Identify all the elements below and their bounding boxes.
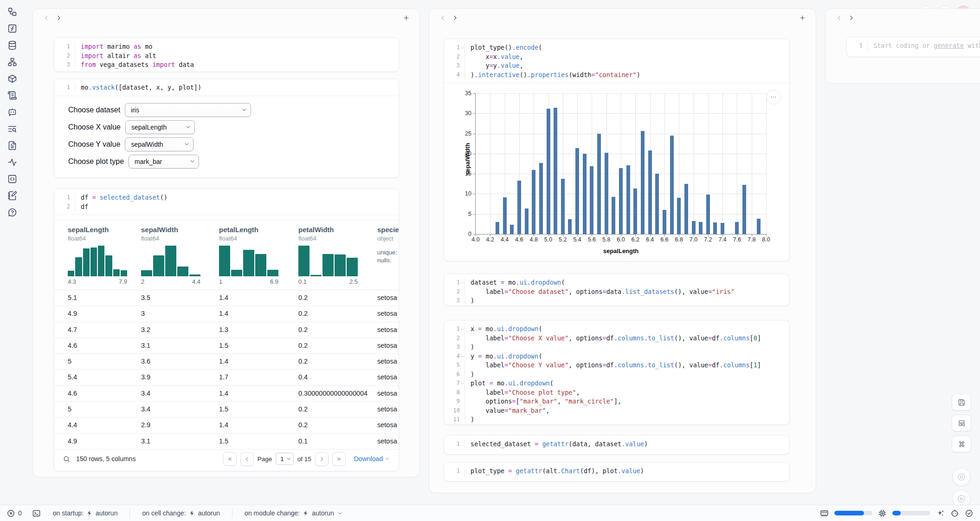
code-editor[interactable]: 1x = mo.ui.dropdown(2 label="Choose X va…: [444, 320, 789, 425]
sidebar-item-code-square[interactable]: [7, 174, 17, 184]
table-row[interactable]: 4.42.91.40.2setosa: [54, 417, 399, 433]
column-prev-button[interactable]: [437, 12, 449, 24]
run-mode-value: autorun: [96, 509, 117, 517]
sidebar-item-text-search[interactable]: [7, 124, 17, 134]
table-cell: 0.30000000000000004: [298, 390, 373, 397]
dropdown-choose-plot-type[interactable]: mark_bar: [129, 155, 199, 169]
line-number: 9: [444, 397, 465, 406]
table-row[interactable]: 4.931.40.2setosa: [54, 306, 399, 322]
terminal-icon[interactable]: [32, 509, 41, 518]
code-editor[interactable]: 1selected_dataset = getattr(data, datase…: [444, 436, 789, 452]
fold-chevron-icon[interactable]: [460, 46, 465, 50]
code-editor[interactable]: 1mo.vstack([dataset, x, y, plot]): [54, 79, 399, 96]
histogram-range: 4.37.9: [68, 278, 127, 285]
column-header-sepalLength[interactable]: sepalLengthfloat644.37.9: [68, 226, 137, 285]
cell-divider: [54, 215, 399, 215]
gridline: [694, 93, 694, 234]
chart-bar: [539, 163, 543, 234]
column-next-button[interactable]: [52, 12, 64, 24]
code-line: 1selected_dataset = getattr(data, datase…: [444, 440, 789, 449]
bot-icon[interactable]: [950, 509, 959, 518]
code-editor[interactable]: 1df = selected_dataset()2df: [54, 189, 399, 215]
dropdown-choose-y-value[interactable]: sepalWidth: [125, 137, 193, 151]
connected-check-icon[interactable]: [965, 509, 974, 518]
page-select[interactable]: 1: [276, 453, 294, 465]
column-histogram: [68, 246, 127, 276]
save-button[interactable]: [952, 394, 971, 410]
code-editor[interactable]: 1plot_type = getattr(alt.Chart(df), plot…: [444, 462, 789, 479]
chart-bar: [612, 197, 615, 234]
bar-chart[interactable]: 4.04.24.44.64.85.05.25.45.65.86.06.26.46…: [444, 83, 789, 260]
table-cell: 0.2: [298, 310, 373, 317]
table-cell: 3.6: [141, 358, 214, 365]
sparkles-icon[interactable]: [936, 509, 945, 518]
command-palette-button[interactable]: [952, 436, 971, 452]
stop-button[interactable]: [953, 468, 970, 486]
code-editor[interactable]: 1plot_type().encode(2 x=x.value,3 y=y.va…: [444, 39, 789, 83]
sidebar-item-file-tree[interactable]: [7, 7, 17, 17]
x-tick-label: 8.0: [762, 236, 770, 243]
chart-plot-area[interactable]: 4.04.24.44.64.85.05.25.45.65.86.06.26.46…: [475, 93, 766, 234]
column-header-petalLength[interactable]: petalLengthfloat6416.9: [219, 226, 289, 285]
search-icon[interactable]: [63, 455, 71, 463]
sidebar-item-function-square[interactable]: [7, 23, 17, 33]
sidebar-item-notebook-pen[interactable]: [7, 190, 17, 201]
next-page-button[interactable]: [315, 452, 329, 466]
table-row[interactable]: 53.61.40.2setosa: [54, 354, 399, 370]
x-axis-title: sepalLength: [476, 247, 766, 254]
table-row[interactable]: 5.13.51.40.2setosa: [54, 290, 399, 306]
column-header-petalWidth[interactable]: petalWidthfloat640.12.5: [298, 226, 368, 285]
fold-chevron-icon[interactable]: [460, 354, 465, 359]
sidebar-item-bot-message[interactable]: [7, 107, 17, 117]
first-page-button[interactable]: [223, 452, 237, 466]
table-row[interactable]: 4.63.11.50.2setosa: [54, 338, 399, 354]
column-prev-button[interactable]: [40, 12, 52, 24]
fold-chevron-icon[interactable]: [460, 327, 465, 332]
code-cell-plot: 1plot_type().encode(2 x=x.value,3 y=y.va…: [444, 39, 790, 261]
table-row[interactable]: 4.73.21.30.2setosa: [54, 322, 399, 338]
last-page-button[interactable]: [332, 452, 346, 466]
table-row[interactable]: 4.63.41.40.30000000000000004setosa: [54, 386, 399, 402]
run-mode-1[interactable]: on cell change:autorun: [142, 509, 220, 517]
add-cell-button[interactable]: [796, 12, 808, 24]
column-next-button[interactable]: [845, 12, 857, 24]
y-tick-label: 30: [465, 110, 471, 117]
dropdown-choose-dataset[interactable]: iris: [125, 103, 251, 117]
sidebar-item-database[interactable]: [7, 40, 17, 50]
run-mode-2[interactable]: on module change:autorun: [245, 509, 343, 517]
histogram-bar: [83, 248, 90, 276]
prev-page-button[interactable]: [240, 452, 254, 466]
table-row[interactable]: 53.41.50.2setosa: [54, 402, 399, 417]
column-next-button[interactable]: [449, 12, 461, 24]
run-mode-0[interactable]: on startup:autorun: [53, 509, 118, 517]
code-editor[interactable]: 1import marimo as mo2import altair as al…: [54, 38, 399, 72]
fold-chevron-icon[interactable]: [460, 280, 465, 285]
code-editor[interactable]: 1dataset = mo.ui.dropdown(2 label="Choos…: [444, 274, 789, 306]
chart-menu-button[interactable]: [766, 90, 781, 104]
sidebar-item-file-text[interactable]: [7, 140, 17, 150]
table-cell: 1.4: [219, 358, 294, 365]
column-header-sepalWidth[interactable]: sepalWidthfloat6424.4: [141, 226, 211, 285]
fold-chevron-icon[interactable]: [460, 381, 465, 386]
download-button[interactable]: Download: [354, 455, 390, 462]
code-line: 1df = selected_dataset(): [54, 193, 399, 202]
sidebar-item-sitemap[interactable]: [7, 57, 17, 67]
page-value: 1: [280, 456, 284, 462]
code-editor[interactable]: 1Start coding or generate with: [847, 37, 980, 54]
table-row[interactable]: 5.43.91.70.4setosa: [54, 370, 399, 385]
table-cell: 3.5: [141, 294, 214, 301]
sidebar-item-message-question[interactable]: [7, 207, 17, 217]
column-prev-button[interactable]: [833, 12, 845, 24]
sidebar-item-activity[interactable]: [7, 157, 17, 167]
histogram-bar: [310, 275, 322, 276]
layout-button[interactable]: [952, 415, 971, 431]
add-cell-button[interactable]: [400, 12, 412, 24]
dropdown-choose-x-value[interactable]: sepalLength: [125, 120, 195, 134]
sidebar-item-scroll-text[interactable]: [7, 90, 17, 100]
column-header-species[interactable]: speciesobjectunique:nulls:: [377, 226, 399, 264]
code-text: df: [75, 202, 88, 212]
plus-icon: [799, 14, 806, 21]
sidebar-item-package[interactable]: [7, 73, 17, 84]
run-mode-prefix: on module change:: [245, 509, 300, 517]
errors-icon[interactable]: [6, 509, 15, 518]
